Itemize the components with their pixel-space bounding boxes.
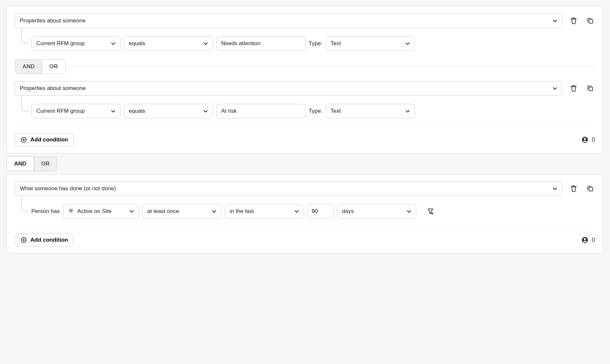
person-count: 0: [592, 237, 595, 244]
condition-detail-row: Person has Active on Site at least once …: [15, 204, 595, 219]
chevron-down-icon: [110, 108, 116, 114]
frequency-select[interactable]: at least once: [142, 204, 221, 219]
add-condition-button[interactable]: Add condition: [15, 133, 74, 146]
tree-connector: [21, 96, 29, 111]
inner-logic-row: AND OR: [15, 59, 595, 74]
logic-or-button[interactable]: OR: [42, 60, 65, 74]
user-circle-icon: [581, 236, 589, 244]
condition-kind-label: Properties about someone: [20, 17, 85, 24]
operator-select[interactable]: equals: [124, 104, 213, 118]
value-text: Needs attention: [221, 40, 260, 47]
chevron-down-icon: [110, 41, 116, 46]
delete-button[interactable]: [569, 181, 579, 196]
event-label: Active on Site: [77, 208, 112, 215]
person-count: 0: [592, 136, 595, 143]
value-input[interactable]: At risk: [216, 104, 305, 118]
logic-and-button[interactable]: AND: [15, 60, 42, 74]
user-circle-icon: [581, 136, 589, 143]
duplicate-button[interactable]: [585, 81, 595, 96]
divider-line: [67, 67, 595, 67]
operator-label: equals: [129, 108, 145, 114]
trash-icon: [570, 85, 577, 92]
person-count-badge: 0: [581, 236, 595, 244]
chevron-down-icon: [294, 208, 300, 214]
condition-row: Properties about someone: [15, 14, 595, 28]
delete-button[interactable]: [569, 81, 579, 96]
gear-icon: [68, 208, 74, 215]
copy-icon: [587, 85, 594, 92]
group-footer: Add condition 0: [15, 227, 595, 247]
chevron-down-icon: [405, 41, 411, 46]
add-condition-label: Add condition: [30, 136, 68, 143]
frequency-label: at least once: [147, 208, 179, 215]
person-has-prefix: Person has: [31, 208, 60, 215]
timeframe-unit-label: days: [342, 208, 354, 215]
add-filter-button[interactable]: [425, 204, 435, 219]
event-select[interactable]: Active on Site: [63, 204, 139, 219]
condition-kind-select[interactable]: Properties about someone: [15, 14, 562, 28]
trash-icon: [570, 17, 577, 24]
chevron-down-icon: [552, 186, 558, 192]
condition-group-2: What someone has done (or not done) Pers…: [7, 174, 603, 254]
condition-kind-select[interactable]: Properties about someone: [15, 81, 562, 96]
tree-connector: [21, 196, 29, 212]
add-condition-button[interactable]: Add condition: [15, 233, 74, 247]
chevron-down-icon: [203, 41, 209, 46]
plus-circle-icon: [20, 136, 27, 143]
chevron-down-icon: [552, 18, 558, 24]
operator-label: equals: [129, 40, 145, 47]
type-value: Text: [331, 108, 341, 114]
tree-connector: [21, 28, 29, 44]
type-select[interactable]: Text: [326, 36, 415, 51]
plus-circle-icon: [20, 237, 27, 243]
timeframe-unit-select[interactable]: days: [337, 204, 416, 219]
duplicate-button[interactable]: [585, 14, 595, 28]
chevron-down-icon: [552, 85, 558, 91]
chevron-down-icon: [129, 208, 135, 214]
outer-logic-toggle: AND OR: [7, 157, 57, 171]
logic-or-button[interactable]: OR: [34, 157, 57, 171]
copy-icon: [587, 185, 594, 192]
condition-row: What someone has done (or not done): [15, 181, 595, 196]
property-select[interactable]: Current RFM group: [31, 104, 120, 118]
operator-select[interactable]: equals: [124, 36, 213, 51]
group-footer: Add condition 0: [15, 126, 595, 146]
value-text: At risk: [221, 108, 237, 114]
chevron-down-icon: [203, 108, 209, 114]
condition-kind-label: What someone has done (or not done): [20, 185, 116, 192]
type-label: Type:: [309, 108, 322, 114]
logic-and-button[interactable]: AND: [7, 157, 34, 171]
condition-kind-select[interactable]: What someone has done (or not done): [15, 181, 562, 196]
chevron-down-icon: [211, 208, 217, 214]
type-select[interactable]: Text: [326, 104, 415, 118]
condition-detail-row: Current RFM group equals At risk Type: T…: [15, 104, 595, 118]
property-label: Current RFM group: [36, 108, 85, 114]
type-value: Text: [331, 40, 341, 47]
delete-button[interactable]: [569, 14, 579, 28]
timeframe-phrase-label: in the last: [230, 208, 254, 215]
inner-logic-toggle: AND OR: [15, 59, 65, 74]
add-condition-label: Add condition: [30, 237, 68, 243]
outer-logic-row: AND OR: [7, 157, 603, 171]
type-label: Type:: [309, 40, 322, 47]
property-select[interactable]: Current RFM group: [31, 36, 120, 51]
chevron-down-icon: [405, 108, 411, 114]
value-input[interactable]: Needs attention: [216, 36, 305, 51]
filter-plus-icon: [427, 208, 434, 215]
condition-kind-label: Properties about someone: [20, 85, 85, 92]
timeframe-phrase-select[interactable]: in the last: [225, 204, 304, 219]
condition-group-1: Properties about someone Current RFM gro…: [7, 7, 603, 153]
condition-detail-row: Current RFM group equals Needs attention…: [15, 36, 595, 51]
copy-icon: [587, 17, 594, 24]
timeframe-value-input[interactable]: [307, 204, 334, 219]
property-label: Current RFM group: [36, 40, 85, 47]
trash-icon: [570, 185, 577, 192]
person-count-badge: 0: [581, 136, 595, 143]
chevron-down-icon: [406, 208, 412, 214]
condition-row: Properties about someone: [15, 81, 595, 96]
duplicate-button[interactable]: [585, 181, 595, 196]
